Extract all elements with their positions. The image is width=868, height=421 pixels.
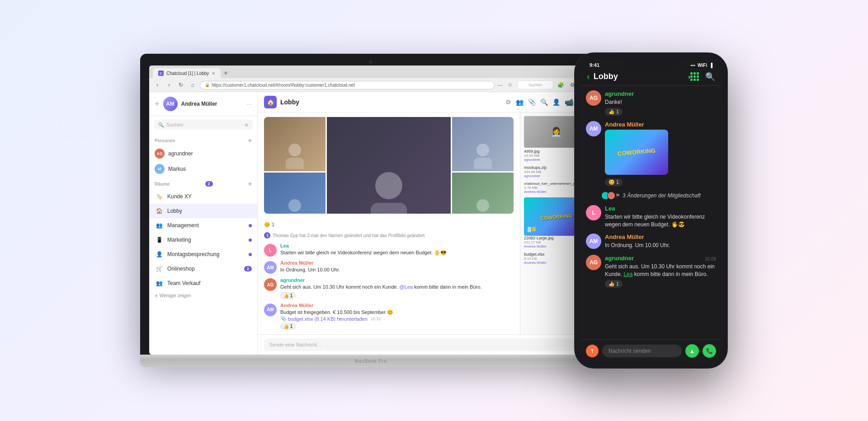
msg-text-lea: Starten wir bitte gleich ne Videokonfere… <box>280 249 514 256</box>
new-tab-button[interactable]: + <box>221 68 231 78</box>
room-label-montagsbesprechung: Montagsbesprechung <box>167 251 245 257</box>
forward-button[interactable]: › <box>165 80 174 89</box>
reaction-agrundner[interactable]: 👍 1 <box>280 292 296 299</box>
phone-grid-icon[interactable] <box>690 72 699 81</box>
phone-outer: 9:41 ▪▪▪ WiFi ▐ ‹ Lobby › <box>574 52 728 369</box>
show-less-button[interactable]: ∧ Weniger zeigen <box>149 290 257 301</box>
msg-avatar-agrundner: AG <box>264 278 277 291</box>
room-dot-montag <box>249 253 252 256</box>
browser-menu[interactable]: ··· <box>497 81 503 89</box>
sidebar-item-montagsbesprechung[interactable]: 👤 Montagsbesprechung <box>149 247 257 262</box>
section-raeume-label: Räume <box>155 182 170 187</box>
username-label: Andrea Müller <box>181 101 245 107</box>
files-icon[interactable]: 📎 <box>528 98 536 106</box>
phone-avatar-lea: L <box>586 205 601 220</box>
bookmark-icon[interactable]: ☆ <box>505 80 514 89</box>
sidebar: + AM Andrea Müller ··· 🔍 Suchen ⊕ Person… <box>149 92 258 355</box>
msg-sender-andrea-2: Andrea Müller <box>280 303 514 308</box>
room-label-team-verkauf: Team Verkauf <box>167 280 252 286</box>
reload-button[interactable]: ↻ <box>176 80 185 89</box>
sidebar-item-onlineshop[interactable]: 🛒 Onlineshop 2 <box>149 262 257 276</box>
room-label-lobby: Lobby <box>167 208 252 214</box>
phone-call-button[interactable]: 📞 <box>703 344 716 358</box>
sidebar-item-kunde-xy[interactable]: 🏷️ Kunde XY <box>149 189 257 204</box>
phone-messages-area: AG agrundner Danke! 👍 1 AM Andrea Müller… <box>580 86 722 339</box>
phone-send-button[interactable]: ▲ <box>685 344 699 358</box>
phone-msg-andrea-2: AM Andrea Müller In Ordnung. Um 10.00 Uh… <box>586 234 716 249</box>
sidebar-item-lobby[interactable]: 🏠 Lobby <box>149 204 257 218</box>
phone-sender-andrea-c: Andrea Müller <box>605 121 716 128</box>
message-input-area: Sende eine Nachricht... <box>258 334 592 355</box>
room-icon-onlineshop: 🛒 <box>155 264 164 273</box>
home-icon-header: 🏠 <box>264 96 277 108</box>
phone-msg-agrundner-1: AG agrundner Danke! 👍 1 <box>586 90 716 116</box>
chat-header: 🏠 Lobby ⚙ 👥 📎 🔍 👤 📹 🔔 <box>258 92 592 112</box>
room-badge-onlineshop: 2 <box>244 266 252 271</box>
room-label-marketing: Marketing <box>167 237 245 243</box>
sidebar-item-agrundner[interactable]: AG agrundner <box>149 146 257 161</box>
msg-sender-lea: Lea <box>280 243 514 248</box>
room-icon-lobby: 🏠 <box>155 206 164 215</box>
search-browser-input[interactable]: Suchen <box>517 80 553 89</box>
search-chat-icon[interactable]: 🔍 <box>540 98 548 106</box>
section-rooms-plus[interactable]: + <box>248 180 252 187</box>
message-input[interactable]: Sende eine Nachricht... <box>264 338 586 351</box>
phone-sender-agrundner-1: agrundner <box>605 90 716 97</box>
url-text: https://customer1.chatcloud.net/#/room/#… <box>212 83 355 88</box>
home-button[interactable]: ⌂ <box>188 80 197 89</box>
person-avatar-markus: M <box>155 164 165 174</box>
browser-tab[interactable]: C Chatcloud [1] | Lobby ✕ <box>153 68 221 78</box>
sidebar-item-team-verkauf[interactable]: 👥 Team Verkauf <box>149 276 257 290</box>
section-personen-label: Personen <box>155 138 175 143</box>
tab-close-icon[interactable]: ✕ <box>212 71 215 76</box>
section-persons-plus[interactable]: + <box>248 137 252 144</box>
laptop-base: MacBook Pro <box>140 355 601 367</box>
ssl-lock-icon: 🔒 <box>205 83 210 87</box>
address-bar[interactable]: 🔒 https://customer1.chatcloud.net/#/room… <box>200 81 495 89</box>
room-icon-marketing: 📱 <box>155 235 164 244</box>
settings-header-icon[interactable]: ⚙ <box>505 98 511 106</box>
search-clear-icon[interactable]: ⊕ <box>245 122 248 127</box>
phone-text-agrundner-1: Danke! <box>605 98 716 106</box>
phone-text-agrundner-2: Geht sich aus. Um 10.30 Uhr kommt noch e… <box>605 263 716 278</box>
sidebar-item-markus[interactable]: M Markus <box>149 161 257 177</box>
video-call-icon[interactable]: 📹 <box>565 98 574 107</box>
room-label-kunde-xy: Kunde XY <box>167 193 252 200</box>
video-cell-2 <box>452 117 514 171</box>
phone-reaction-agrundner-2[interactable]: 👍 1 <box>605 280 623 288</box>
system-message: ℹ Thomas Epp hat 2-mal den Namen geänder… <box>264 231 514 239</box>
video-cell-1 <box>264 117 326 171</box>
room-icon-management: 👥 <box>155 221 164 230</box>
phone-back-button[interactable]: ‹ <box>587 71 590 82</box>
msg-text-andrea-2: Budget ist freigegeben. € 10.500 bis Sep… <box>280 309 514 316</box>
add-member-icon[interactable]: 👤 <box>552 98 560 106</box>
phone-input-bar: T Nachricht senden ▲ 📞 <box>580 339 722 362</box>
signal-icon: ▪▪▪ <box>690 63 695 68</box>
reaction-andrea-2[interactable]: 👍 1 <box>280 323 296 330</box>
room-dot-marketing <box>249 239 252 242</box>
members-icon[interactable]: 👥 <box>516 98 524 106</box>
battery-icon: ▐ <box>709 63 712 68</box>
back-button[interactable]: ‹ <box>153 80 162 89</box>
phone-reaction-coworking[interactable]: 😊 1 <box>605 178 623 186</box>
laptop-screen-bezel: C Chatcloud [1] | Lobby ✕ + ‹ › ↻ ⌂ 🔒 ht… <box>140 54 601 355</box>
msg-sender-agrundner: agrundner <box>280 277 514 283</box>
sidebar-menu-dots[interactable]: ··· <box>246 100 252 108</box>
sidebar-item-marketing[interactable]: 📱 Marketing <box>149 233 257 247</box>
phone-reaction-agrundner-1[interactable]: 👍 1 <box>605 108 623 116</box>
search-placeholder: Suchen <box>166 122 183 127</box>
main-content: 🏠 Lobby ⚙ 👥 📎 🔍 👤 📹 🔔 <box>258 92 592 355</box>
extensions-icon[interactable]: 🧩 <box>556 80 565 89</box>
video-cell-4 <box>452 173 514 214</box>
msg-avatar-andrea-2: AM <box>264 304 277 316</box>
phone-title: Lobby <box>594 72 688 81</box>
phone-avatar-agrundner-2: AG <box>586 255 601 270</box>
attachment-link[interactable]: 📎 budget.xlsx (8.14 KB) herunterladen 16… <box>280 316 514 322</box>
phone-message-input[interactable]: Nachricht senden <box>602 345 682 357</box>
phone-search-icon[interactable]: 🔍 <box>705 72 715 82</box>
system-msg-text: Thomas Epp hat 2-mal den Namen geändert … <box>273 233 425 238</box>
plus-icon[interactable]: + <box>155 99 160 109</box>
sidebar-item-management[interactable]: 👥 Management <box>149 218 257 233</box>
chat-title: Lobby <box>280 98 505 106</box>
search-bar[interactable]: 🔍 Suchen ⊕ <box>154 120 253 130</box>
